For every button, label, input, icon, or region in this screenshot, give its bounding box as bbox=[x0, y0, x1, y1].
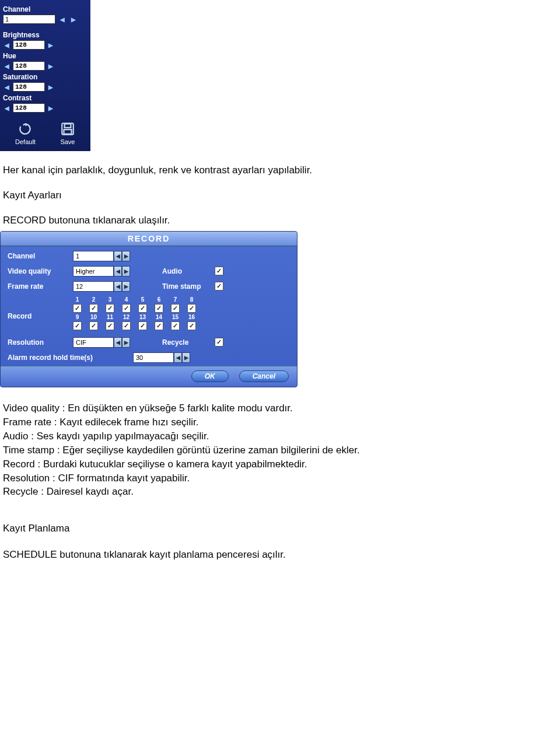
resolution-input[interactable] bbox=[73, 337, 114, 348]
timestamp-checkbox[interactable]: ✓ bbox=[215, 282, 223, 291]
alarm-label: Alarm record hold time(s) bbox=[8, 354, 133, 362]
rec-chk-7[interactable]: ✓ bbox=[171, 304, 180, 313]
saturation-up-icon[interactable]: ▶ bbox=[47, 83, 55, 91]
hue-down-icon[interactable]: ◀ bbox=[3, 62, 11, 70]
cancel-button-label: Cancel bbox=[253, 372, 275, 380]
save-button-label: Save bbox=[60, 138, 75, 145]
resolution-next-icon[interactable]: ▶ bbox=[122, 337, 130, 348]
doc2-p5: Record : Burdaki kutucuklar seçiliyse o … bbox=[3, 458, 557, 471]
color-adjust-panel: Channel ◀ ▶ Brightness ◀ ▶ Hue ◀ ▶ Satur… bbox=[0, 0, 90, 151]
rec-chk-4[interactable]: ✓ bbox=[122, 304, 131, 313]
video-quality-label: Video quality bbox=[8, 267, 73, 275]
rec-num: 16 bbox=[187, 314, 196, 320]
rec-chk-10[interactable]: ✓ bbox=[89, 321, 98, 330]
rec-chk-1[interactable]: ✓ bbox=[73, 304, 82, 313]
contrast-down-icon[interactable]: ◀ bbox=[3, 104, 11, 112]
channel-next-icon[interactable]: ▶ bbox=[69, 15, 78, 23]
rec-num: 14 bbox=[155, 314, 163, 320]
rec-chk-15[interactable]: ✓ bbox=[171, 321, 180, 330]
svg-rect-1 bbox=[65, 124, 71, 128]
brightness-down-icon[interactable]: ◀ bbox=[3, 41, 11, 49]
rec-chk-8[interactable]: ✓ bbox=[187, 304, 196, 313]
ok-button-label: OK bbox=[205, 372, 215, 380]
video-quality-input[interactable] bbox=[73, 266, 114, 277]
doc2-p9: SCHEDULE butonuna tıklanarak kayıt planl… bbox=[3, 548, 557, 562]
rec-chk-13[interactable]: ✓ bbox=[138, 321, 147, 330]
audio-checkbox[interactable]: ✓ bbox=[215, 267, 223, 275]
doc2-p2: Frame rate : Kayıt edilecek frame hızı s… bbox=[3, 416, 557, 429]
channel-prev-icon[interactable]: ◀ bbox=[58, 15, 66, 23]
alarm-next-icon[interactable]: ▶ bbox=[182, 352, 190, 363]
rec-chk-2[interactable]: ✓ bbox=[89, 304, 98, 313]
saturation-input[interactable] bbox=[13, 82, 45, 92]
rec-num: 4 bbox=[122, 296, 131, 303]
default-button[interactable]: Default bbox=[15, 121, 36, 145]
rec-chk-11[interactable]: ✓ bbox=[106, 321, 114, 330]
default-button-label: Default bbox=[15, 138, 36, 145]
ok-button[interactable]: OK bbox=[191, 370, 229, 382]
resolution-label: Resolution bbox=[8, 338, 73, 347]
frame-rate-input[interactable] bbox=[73, 281, 114, 292]
rec-chk-5[interactable]: ✓ bbox=[138, 304, 147, 313]
contrast-input[interactable] bbox=[13, 103, 45, 113]
frame-rate-next-icon[interactable]: ▶ bbox=[122, 281, 130, 292]
rec-chk-3[interactable]: ✓ bbox=[106, 304, 114, 313]
rec-chk-9[interactable]: ✓ bbox=[73, 321, 82, 330]
alarm-prev-icon[interactable]: ◀ bbox=[174, 352, 182, 363]
reset-icon bbox=[18, 121, 33, 137]
rec-num: 6 bbox=[155, 296, 163, 303]
rec-num: 7 bbox=[171, 296, 180, 303]
doc2-p3: Audio : Ses kaydı yapılıp yapılmayacağı … bbox=[3, 430, 557, 443]
frame-rate-prev-icon[interactable]: ◀ bbox=[114, 281, 122, 292]
rec-chk-12[interactable]: ✓ bbox=[122, 321, 131, 330]
record-channel-next-icon[interactable]: ▶ bbox=[122, 251, 130, 261]
brightness-label: Brightness bbox=[3, 31, 88, 39]
recycle-label: Recycle bbox=[162, 338, 215, 347]
record-label: Record bbox=[8, 296, 73, 320]
audio-label: Audio bbox=[162, 267, 215, 275]
doc2-p4: Time stamp : Eğer seçiliyse kaydedilen g… bbox=[3, 444, 557, 457]
rec-num: 12 bbox=[122, 314, 131, 320]
record-title: RECORD bbox=[1, 232, 297, 246]
resolution-prev-icon[interactable]: ◀ bbox=[114, 337, 122, 348]
doc-p2: Kayıt Ayarları bbox=[3, 189, 557, 202]
saturation-down-icon[interactable]: ◀ bbox=[3, 83, 11, 91]
timestamp-label: Time stamp bbox=[162, 282, 215, 291]
alarm-input[interactable] bbox=[133, 352, 174, 363]
rec-num: 15 bbox=[171, 314, 180, 320]
recycle-checkbox[interactable]: ✓ bbox=[215, 338, 223, 347]
doc-p3: RECORD butonuna tıklanarak ulaşılır. bbox=[3, 214, 557, 228]
doc-text-2: Video quality : En düşükten en yükseğe 5… bbox=[0, 402, 560, 562]
save-icon bbox=[60, 121, 75, 137]
record-channel-grid: 1 2 3 4 5 6 7 8 ✓ ✓ ✓ ✓ ✓ ✓ ✓ ✓ bbox=[73, 296, 196, 331]
doc-p1: Her kanal için parlaklık, doygunluk, ren… bbox=[3, 164, 557, 177]
rec-chk-14[interactable]: ✓ bbox=[155, 321, 163, 330]
record-channel-input[interactable] bbox=[73, 251, 114, 261]
saturation-label: Saturation bbox=[3, 73, 88, 81]
hue-input[interactable] bbox=[13, 61, 45, 71]
doc2-p8: Kayıt Planlama bbox=[3, 522, 557, 536]
rec-num: 10 bbox=[89, 314, 98, 320]
rec-chk-6[interactable]: ✓ bbox=[155, 304, 163, 313]
doc2-p1: Video quality : En düşükten en yükseğe 5… bbox=[3, 402, 557, 415]
record-channel-prev-icon[interactable]: ◀ bbox=[114, 251, 122, 261]
video-quality-next-icon[interactable]: ▶ bbox=[122, 266, 130, 277]
rec-num: 9 bbox=[73, 314, 82, 320]
rec-num: 3 bbox=[106, 296, 114, 303]
svg-rect-2 bbox=[64, 130, 71, 134]
contrast-up-icon[interactable]: ▶ bbox=[47, 104, 55, 112]
rec-num: 11 bbox=[106, 314, 114, 320]
video-quality-prev-icon[interactable]: ◀ bbox=[114, 266, 122, 277]
rec-num: 8 bbox=[187, 296, 196, 303]
brightness-up-icon[interactable]: ▶ bbox=[47, 41, 55, 49]
rec-chk-16[interactable]: ✓ bbox=[187, 321, 196, 330]
record-dialog: RECORD Channel ◀ ▶ Video quality ◀ ▶ Aud… bbox=[0, 231, 298, 387]
channel-input[interactable] bbox=[3, 15, 55, 24]
cancel-button[interactable]: Cancel bbox=[239, 370, 289, 382]
rec-num: 1 bbox=[73, 296, 82, 303]
rec-num: 2 bbox=[89, 296, 98, 303]
save-button[interactable]: Save bbox=[60, 121, 75, 145]
brightness-input[interactable] bbox=[13, 40, 45, 50]
hue-up-icon[interactable]: ▶ bbox=[47, 62, 55, 70]
contrast-label: Contrast bbox=[3, 94, 88, 102]
